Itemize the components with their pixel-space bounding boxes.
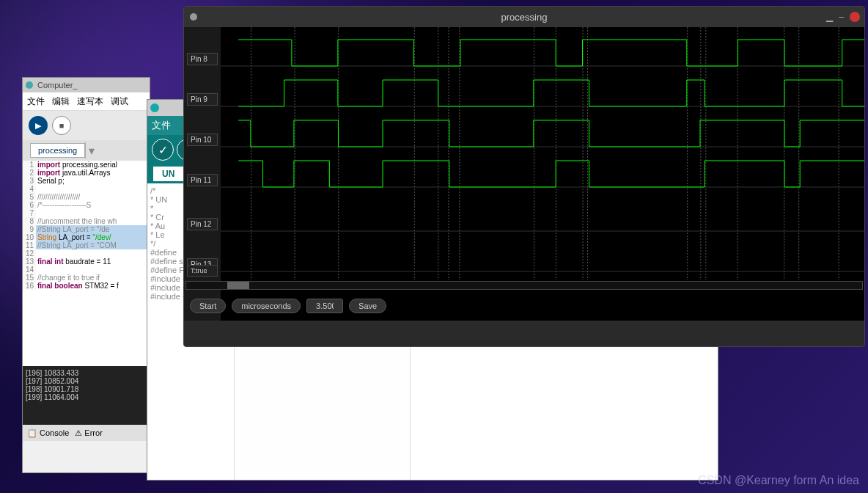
pin-label: Pin 11 xyxy=(187,174,218,186)
active-tab[interactable]: processing xyxy=(30,143,85,158)
close-icon[interactable] xyxy=(850,12,860,22)
pin-label: Pin 8 xyxy=(187,53,218,65)
pin-labels: Pin 8Pin 9Pin 10Pin 11Pin 12Pin 13 xyxy=(184,27,221,321)
logic-app-icon xyxy=(190,13,197,21)
minimize-icon[interactable]: ▁ xyxy=(826,12,833,22)
pin-label: Pin 9 xyxy=(187,93,218,106)
stop-button[interactable]: ■ xyxy=(52,116,71,135)
arduino-app-icon xyxy=(150,103,159,112)
waveform-chart[interactable]: 1373345318739801027107614121511163216532… xyxy=(221,27,864,291)
logic-body: Pin 8Pin 9Pin 10Pin 11Pin 12Pin 13 T:tru… xyxy=(184,27,864,321)
verify-button[interactable]: ✓ xyxy=(152,139,174,161)
menu-sketch[interactable]: 速写本 xyxy=(77,95,103,108)
arduino-menu-file[interactable]: 文件 xyxy=(152,119,171,132)
processing-title: Computer_ xyxy=(37,81,77,90)
menu-edit[interactable]: 编辑 xyxy=(52,95,70,108)
arduino-active-tab[interactable]: UN xyxy=(153,167,183,181)
scrollbar-thumb[interactable] xyxy=(227,282,249,289)
processing-app-icon xyxy=(26,81,33,89)
pin-label: Pin 10 xyxy=(187,134,218,146)
save-button[interactable]: Save xyxy=(349,299,386,313)
errors-tab[interactable]: ⚠ Error xyxy=(75,428,102,438)
start-button[interactable]: Start xyxy=(190,299,226,313)
processing-ide-window: Computer_ 文件 编辑 速写本 调试 ▶ ■ processing ▾ … xyxy=(22,77,150,473)
logic-controls: Start microseconds Save xyxy=(190,299,386,313)
processing-tabs: processing ▾ xyxy=(23,140,150,161)
logic-analyzer-window: processing ▁ – Pin 8Pin 9Pin 10Pin 11Pin… xyxy=(183,6,865,347)
division-input[interactable] xyxy=(306,299,343,313)
console-output: [196] 10833.433[197] 10852.004[198] 1090… xyxy=(23,366,150,425)
pin-label: Pin 12 xyxy=(187,218,218,230)
processing-footer: 📋 Console ⚠ Error xyxy=(23,425,150,441)
menu-debug[interactable]: 调试 xyxy=(111,95,128,108)
processing-toolbar: ▶ ■ xyxy=(23,111,150,140)
horizontal-scrollbar[interactable] xyxy=(185,281,863,290)
logic-title: processing xyxy=(501,12,548,23)
code-editor[interactable]: 1import processing.serial2import java.ut… xyxy=(23,161,150,366)
maximize-icon[interactable]: – xyxy=(839,12,844,22)
run-button[interactable]: ▶ xyxy=(29,116,48,135)
menu-file[interactable]: 文件 xyxy=(27,95,45,108)
unit-button[interactable]: microseconds xyxy=(232,299,301,313)
watermark: CSDN @Kearney form An idea xyxy=(698,474,859,487)
tab-dropdown-icon[interactable]: ▾ xyxy=(85,142,97,158)
processing-menubar: 文件 编辑 速写本 调试 xyxy=(23,92,150,111)
logic-titlebar[interactable]: processing ▁ – xyxy=(184,7,864,27)
t-true-label: T:true xyxy=(187,265,218,277)
processing-titlebar[interactable]: Computer_ xyxy=(23,78,150,92)
console-tab[interactable]: 📋 Console xyxy=(27,428,69,438)
